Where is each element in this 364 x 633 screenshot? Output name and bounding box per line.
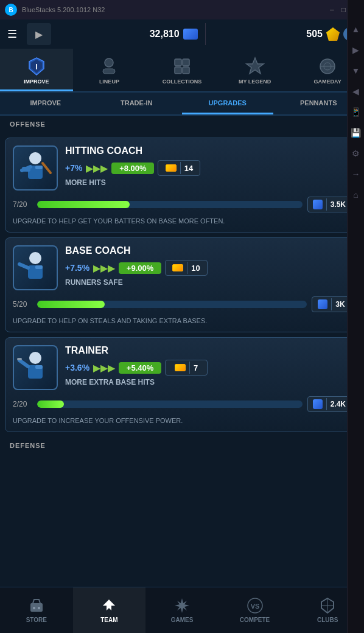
- base-resource-box: 3K: [312, 296, 351, 312]
- improve-icon: I: [27, 57, 46, 76]
- offense-label: OFFENSE: [10, 121, 46, 128]
- trainer-boost-label: MORE EXTRA BASE HITS: [65, 378, 351, 386]
- bs-icon-5[interactable]: 📱: [351, 107, 362, 118]
- base-coach-card: BASE COACH +7.5% ▶▶▶ +9.00% 10 RUNNERS S…: [5, 237, 359, 332]
- store-label: STORE: [26, 617, 47, 623]
- svg-rect-5: [103, 69, 115, 74]
- restore-icon[interactable]: □: [341, 5, 346, 14]
- trainer-resource-amount: 2.4K: [331, 400, 346, 408]
- bluestacks-logo: B: [5, 4, 17, 16]
- svg-text:VS: VS: [250, 603, 259, 610]
- svg-marker-10: [247, 58, 264, 74]
- svg-marker-32: [175, 598, 189, 613]
- base-level: 5/20: [13, 300, 32, 309]
- hitting-card-bottom: 7/20 3.5K: [13, 197, 351, 212]
- bottom-team[interactable]: TEAM: [73, 587, 146, 633]
- trainer-desc: UPGRADE TO INCREASE YOUR OFFENSIVE POWER…: [13, 417, 351, 424]
- compete-label: COMPETE: [240, 617, 270, 623]
- tab-mylegend-label: MY LEGEND: [239, 79, 271, 85]
- bottom-games[interactable]: GAMES: [145, 587, 219, 633]
- trainer-card-bottom: 2/20 2.4K: [13, 396, 351, 412]
- main-nav: I IMPROVE LINEUP COLLECTIONS MY LEGEND: [0, 49, 364, 93]
- subtab-pennants-label: PENNANTS: [300, 99, 337, 107]
- subtab-upgrades[interactable]: UPGRADES: [182, 93, 273, 114]
- defense-section-header: DEFENSE: [0, 437, 364, 454]
- gameday-icon: [318, 57, 337, 76]
- bs-icon-6[interactable]: 💾: [351, 128, 362, 139]
- bs-icon-home[interactable]: ⌂: [351, 190, 362, 201]
- base-coach-figure: [17, 250, 54, 286]
- video-button[interactable]: ▶: [27, 23, 51, 45]
- base-gold-icon: [172, 264, 183, 271]
- trainer-gold-icon: [175, 364, 186, 371]
- tab-lineup[interactable]: LINEUP: [73, 49, 146, 91]
- tab-mylegend[interactable]: MY LEGEND: [219, 49, 292, 91]
- clubs-icon: [319, 597, 336, 614]
- svg-line-22: [19, 264, 28, 268]
- hitting-coach-info: HITTING COACH +7% ▶▶▶ +8.00% 14 MORE HIT…: [65, 145, 351, 187]
- currency-bar: ☰ ▶ 32,810 505 +: [0, 19, 364, 49]
- bottom-compete[interactable]: VS COMPETE: [219, 587, 292, 633]
- hitting-boost-current: +7%: [65, 163, 82, 173]
- tab-improve-label: IMPROVE: [24, 79, 49, 85]
- titlebar: B BlueStacks 5.200.1012 N32 – □ ✕: [0, 0, 364, 19]
- menu-icon[interactable]: ☰: [7, 27, 17, 41]
- trainer-top: TRAINER +3.6% ▶▶▶ +5.40% 7 MORE EXTRA BA…: [13, 345, 351, 390]
- bottom-store[interactable]: STORE: [0, 587, 73, 633]
- tab-collections[interactable]: COLLECTIONS: [145, 49, 219, 91]
- minimize-icon[interactable]: –: [330, 5, 334, 14]
- cost-divider: [180, 162, 181, 174]
- currency-divider: [205, 23, 206, 45]
- base-cost-amount: 10: [191, 264, 200, 273]
- base-cost-box: 10: [165, 260, 208, 276]
- hitting-cost-box: 14: [158, 160, 200, 176]
- subtab-tradein[interactable]: TRADE-IN: [91, 93, 183, 114]
- svg-point-24: [29, 352, 41, 364]
- tab-improve[interactable]: I IMPROVE: [0, 49, 73, 91]
- team-label: TEAM: [100, 617, 117, 623]
- hitting-boost-next: +8.00%: [111, 163, 154, 174]
- hitting-coach-figure: [17, 150, 54, 186]
- hitting-arrow-icon: ▶▶▶: [86, 163, 108, 174]
- hitting-coach-name: HITTING COACH: [65, 145, 351, 156]
- base-desc: UPGRADE TO HELP ON STEALS AND TAKING EXT…: [13, 317, 351, 324]
- svg-rect-28: [35, 365, 43, 369]
- sub-nav: IMPROVE TRADE-IN UPGRADES PENNANTS: [0, 93, 364, 116]
- trainer-arrow-icon: ▶▶▶: [93, 362, 115, 374]
- hitting-boost-row: +7% ▶▶▶ +8.00% 14: [65, 160, 351, 176]
- trainer-cost-divider: [189, 362, 190, 374]
- bottom-nav: STORE TEAM GAMES VS COMPETE: [0, 587, 364, 633]
- bs-icon-3[interactable]: ▼: [351, 66, 362, 77]
- trainer-name: TRAINER: [65, 345, 351, 356]
- subtab-improve-label: IMPROVE: [30, 99, 61, 107]
- lineup-icon: [99, 57, 119, 76]
- svg-line-19: [43, 163, 51, 173]
- svg-rect-6: [175, 59, 181, 66]
- bs-icon-8[interactable]: →: [351, 169, 362, 180]
- mylegend-icon: [245, 57, 265, 76]
- compete-icon: VS: [247, 597, 264, 614]
- bs-icon-2[interactable]: ▶: [351, 45, 362, 56]
- team-icon: [100, 597, 117, 614]
- subtab-improve[interactable]: IMPROVE: [0, 93, 91, 114]
- trainer-progress-bg: [37, 400, 303, 408]
- store-icon: [28, 597, 45, 614]
- trainer-boost-current: +3.6%: [65, 363, 89, 372]
- subtab-upgrades-label: UPGRADES: [209, 99, 247, 107]
- bs-icon-4[interactable]: ◀: [351, 86, 362, 97]
- base-coach-top: BASE COACH +7.5% ▶▶▶ +9.00% 10 RUNNERS S…: [13, 245, 351, 290]
- res-divider: [326, 198, 327, 211]
- hitting-cost-amount: 14: [184, 164, 193, 173]
- trainer-card: TRAINER +3.6% ▶▶▶ +5.40% 7 MORE EXTRA BA…: [5, 337, 359, 432]
- base-resource-amount: 3K: [335, 300, 345, 309]
- hitting-boost-label: MORE HITS: [65, 178, 351, 187]
- bs-icon-7[interactable]: ⚙: [351, 149, 362, 159]
- hitting-coach-top: HITTING COACH +7% ▶▶▶ +8.00% 14 MORE HIT…: [13, 145, 351, 191]
- svg-rect-18: [35, 166, 43, 169]
- hitting-desc: UPGRADE TO HELP GET YOUR BATTERS ON BASE…: [13, 217, 351, 225]
- base-progress-fill: [37, 301, 105, 308]
- bs-icon-1[interactable]: ▲: [351, 24, 362, 35]
- trainer-resource-box: 2.4K: [307, 396, 351, 412]
- tab-collections-label: COLLECTIONS: [163, 79, 202, 85]
- trainer-figure: [17, 349, 54, 386]
